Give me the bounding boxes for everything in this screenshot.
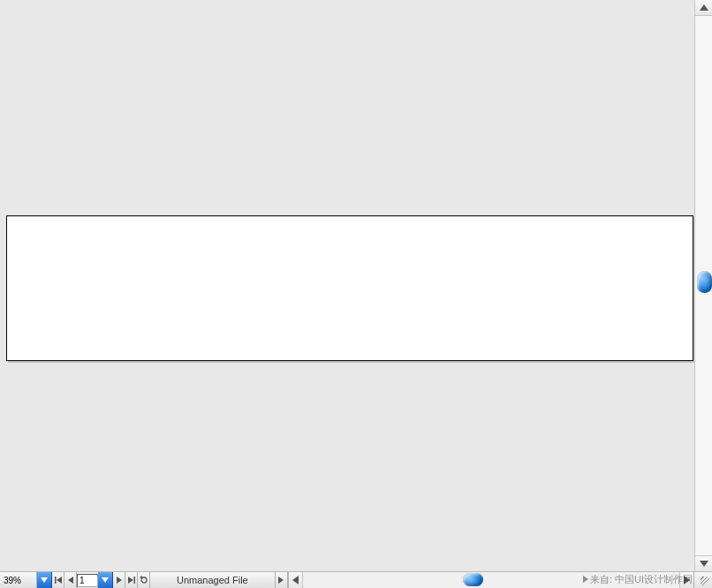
vertical-scroll-thumb[interactable] (697, 271, 712, 293)
svg-marker-4 (128, 577, 133, 584)
status-bar: 39% 1 Unmanaged File (0, 571, 712, 588)
last-page-button[interactable] (125, 572, 138, 588)
document-viewport[interactable] (0, 0, 694, 571)
scroll-up-button[interactable] (695, 0, 712, 16)
scroll-left-button[interactable] (289, 572, 303, 588)
scroll-down-button[interactable] (695, 555, 712, 571)
first-page-button[interactable] (52, 572, 64, 588)
page-dropdown[interactable] (98, 572, 113, 588)
prev-page-button[interactable] (64, 572, 77, 588)
svg-rect-0 (55, 577, 57, 584)
history-button[interactable] (138, 572, 150, 588)
scroll-right-button[interactable] (679, 572, 693, 588)
horizontal-scrollbar[interactable] (288, 572, 694, 588)
zoom-level[interactable]: 39% (0, 572, 37, 588)
svg-marker-3 (117, 577, 122, 584)
page-number-field[interactable]: 1 (77, 574, 98, 587)
next-page-button[interactable] (113, 572, 125, 588)
split-handle-right[interactable] (276, 572, 288, 588)
svg-marker-2 (68, 577, 73, 584)
svg-rect-5 (133, 577, 135, 584)
svg-marker-7 (140, 576, 142, 579)
resize-grip[interactable] (694, 572, 712, 588)
document-page[interactable] (6, 215, 693, 361)
vertical-scrollbar[interactable] (694, 0, 712, 571)
svg-marker-8 (278, 577, 284, 584)
file-status-label: Unmanaged File (150, 572, 276, 588)
zoom-dropdown[interactable] (37, 572, 52, 588)
horizontal-scroll-thumb[interactable] (463, 573, 483, 586)
svg-marker-1 (57, 577, 62, 584)
